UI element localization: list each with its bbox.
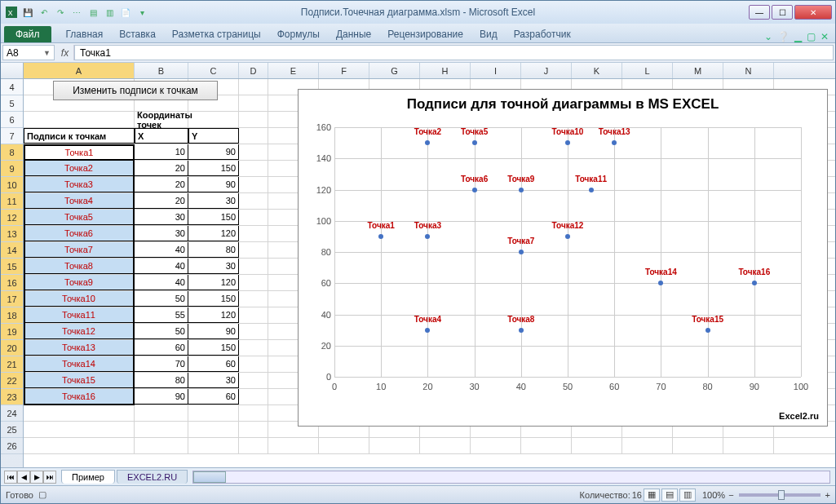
- cell[interactable]: [239, 291, 268, 307]
- cell[interactable]: [239, 307, 268, 323]
- cell[interactable]: 60: [188, 356, 239, 372]
- minimize-button[interactable]: —: [749, 5, 770, 20]
- col-header-J[interactable]: J: [521, 63, 572, 78]
- zoom-slider[interactable]: [739, 493, 821, 497]
- col-header-F[interactable]: F: [319, 63, 369, 78]
- zoom-in-button[interactable]: +: [825, 490, 830, 500]
- chart-point[interactable]: [472, 140, 477, 145]
- worksheet-grid[interactable]: A B C D E F G H I J K L M N 456789101112…: [1, 63, 835, 467]
- ribbon-minimize-icon[interactable]: ⌄: [764, 31, 772, 42]
- tab-nav-next-icon[interactable]: ▶: [30, 471, 43, 484]
- cell[interactable]: [135, 405, 188, 421]
- chart-point[interactable]: [589, 188, 594, 192]
- chart-point[interactable]: [425, 328, 430, 333]
- chart-point[interactable]: [519, 250, 524, 254]
- cell[interactable]: Точка11: [24, 307, 135, 323]
- cell[interactable]: Точка5: [24, 210, 135, 225]
- cell[interactable]: [239, 144, 268, 160]
- cell[interactable]: [239, 112, 268, 127]
- cell[interactable]: [239, 161, 268, 176]
- cell[interactable]: Точка8: [24, 259, 135, 274]
- cell[interactable]: Точка14: [24, 356, 135, 372]
- tab-nav-prev-icon[interactable]: ◀: [17, 471, 30, 484]
- view-pagebreak-icon[interactable]: ▥: [679, 489, 696, 502]
- cell[interactable]: 55: [135, 307, 188, 323]
- cell[interactable]: 20: [135, 161, 188, 176]
- cell[interactable]: Точка4: [24, 193, 135, 209]
- zoom-percent[interactable]: 100%: [702, 490, 725, 500]
- name-box[interactable]: A8 ▼: [2, 45, 55, 60]
- zoom-slider-thumb[interactable]: [778, 490, 785, 500]
- view-normal-icon[interactable]: ▦: [644, 489, 660, 502]
- row-header[interactable]: 10: [1, 177, 23, 193]
- qat-btn-7[interactable]: 📄: [118, 5, 133, 20]
- cell[interactable]: 60: [135, 340, 188, 356]
- name-box-dropdown-icon[interactable]: ▼: [43, 49, 51, 57]
- col-header-A[interactable]: A: [24, 63, 135, 78]
- cell[interactable]: [239, 340, 268, 356]
- row-header[interactable]: 12: [1, 210, 23, 226]
- close-button[interactable]: ✕: [794, 5, 832, 20]
- undo-icon[interactable]: ↶: [37, 5, 51, 20]
- ribbon-tab-formulas[interactable]: Формулы: [269, 26, 328, 42]
- cell[interactable]: [188, 422, 239, 437]
- maximize-button[interactable]: ☐: [772, 5, 793, 20]
- row-header[interactable]: 21: [1, 356, 23, 373]
- ribbon-tab-home[interactable]: Главная: [58, 26, 112, 42]
- cell[interactable]: 150: [188, 291, 239, 307]
- cell[interactable]: [239, 275, 268, 290]
- chart-point[interactable]: [519, 328, 524, 333]
- cell[interactable]: [239, 226, 268, 241]
- col-header-I[interactable]: I: [471, 63, 521, 78]
- col-header-B[interactable]: B: [135, 63, 188, 78]
- row-header[interactable]: 4: [1, 79, 23, 95]
- chart-point[interactable]: [425, 140, 430, 145]
- col-header-M[interactable]: M: [673, 63, 723, 78]
- horizontal-scrollbar[interactable]: [192, 471, 830, 484]
- cell[interactable]: [239, 373, 268, 388]
- sheet-tab-other[interactable]: EXCEL2.RU: [117, 470, 188, 484]
- chart-point[interactable]: [472, 188, 477, 192]
- col-header-G[interactable]: G: [369, 63, 420, 78]
- cell[interactable]: [420, 438, 471, 453]
- col-header-D[interactable]: D: [239, 63, 268, 78]
- save-icon[interactable]: 💾: [20, 5, 35, 20]
- chart-point[interactable]: [706, 328, 710, 333]
- cell[interactable]: Точка10: [24, 291, 135, 307]
- ribbon-window-min-icon[interactable]: ▁: [794, 31, 802, 42]
- cell[interactable]: [369, 438, 420, 453]
- qat-btn-4[interactable]: ⋯: [69, 5, 84, 20]
- cell[interactable]: [24, 405, 135, 421]
- cell[interactable]: 120: [188, 275, 239, 290]
- qat-btn-5[interactable]: ▤: [86, 5, 100, 20]
- cell[interactable]: X: [135, 128, 188, 144]
- macro-button[interactable]: Изменить подписи к точкам: [53, 81, 218, 100]
- ribbon-tab-view[interactable]: Вид: [471, 26, 506, 42]
- cell[interactable]: 40: [135, 259, 188, 274]
- cell[interactable]: Координаты точек: [135, 112, 188, 127]
- cell[interactable]: [239, 242, 268, 258]
- cell[interactable]: 70: [135, 356, 188, 372]
- view-pagelayout-icon[interactable]: ▤: [661, 489, 678, 502]
- file-tab[interactable]: Файл: [4, 26, 51, 42]
- row-header[interactable]: 15: [1, 259, 23, 275]
- cell[interactable]: 120: [188, 307, 239, 323]
- row-header[interactable]: 20: [1, 340, 23, 356]
- cell[interactable]: 30: [135, 210, 188, 225]
- qat-btn-6[interactable]: ▥: [102, 5, 117, 20]
- cell[interactable]: [239, 438, 268, 453]
- macro-record-icon[interactable]: ▢: [38, 489, 46, 500]
- cell[interactable]: 20: [135, 177, 188, 192]
- row-header[interactable]: 26: [1, 438, 23, 454]
- cell[interactable]: [471, 438, 521, 453]
- row-header[interactable]: 13: [1, 226, 23, 242]
- cell[interactable]: Точка12: [24, 324, 135, 339]
- cell[interactable]: 90: [188, 144, 239, 160]
- col-header-K[interactable]: K: [572, 63, 622, 78]
- chart-point[interactable]: [519, 188, 524, 192]
- cell[interactable]: 20: [135, 193, 188, 209]
- cell[interactable]: [188, 405, 239, 421]
- chart-point[interactable]: [425, 234, 430, 239]
- row-header[interactable]: 24: [1, 405, 23, 422]
- row-header[interactable]: 23: [1, 389, 23, 405]
